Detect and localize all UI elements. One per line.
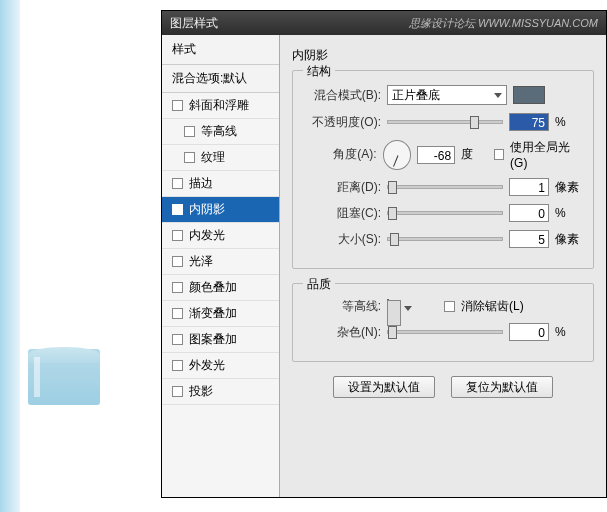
antialias-label: 消除锯齿(L) <box>461 298 524 315</box>
titlebar[interactable]: 图层样式 思缘设计论坛 WWW.MISSYUAN.COM <box>162 11 606 35</box>
angle-input[interactable]: -68 <box>417 146 455 164</box>
contour-picker[interactable] <box>387 299 389 315</box>
sidebar-blend-options[interactable]: 混合选项:默认 <box>162 65 279 93</box>
style-checkbox[interactable] <box>172 360 183 371</box>
layer-style-dialog: 图层样式 思缘设计论坛 WWW.MISSYUAN.COM 样式 混合选项:默认 … <box>161 10 607 498</box>
style-checkbox[interactable] <box>184 152 195 163</box>
layer-thumbnail <box>28 349 100 405</box>
blend-mode-dropdown[interactable]: 正片叠底 <box>387 85 507 105</box>
angle-dial[interactable] <box>383 140 411 170</box>
color-swatch[interactable] <box>513 86 545 104</box>
choke-unit: % <box>555 206 583 220</box>
watermark: 思缘设计论坛 WWW.MISSYUAN.COM <box>409 16 598 31</box>
sidebar-item-label: 纹理 <box>201 149 225 166</box>
angle-unit: 度 <box>461 146 487 163</box>
sidebar-item-8[interactable]: 渐变叠加 <box>162 301 279 327</box>
size-unit: 像素 <box>555 231 583 248</box>
dialog-title: 图层样式 <box>170 15 218 32</box>
style-checkbox[interactable] <box>172 100 183 111</box>
panel-title: 内阴影 <box>292 47 594 64</box>
contour-label: 等高线: <box>303 298 381 315</box>
blend-mode-label: 混合模式(B): <box>303 87 381 104</box>
sidebar-item-4[interactable]: 内阴影 <box>162 197 279 223</box>
sidebar-item-11[interactable]: 投影 <box>162 379 279 405</box>
noise-unit: % <box>555 325 583 339</box>
distance-input[interactable]: 1 <box>509 178 549 196</box>
opacity-unit: % <box>555 115 583 129</box>
styles-sidebar: 样式 混合选项:默认 斜面和浮雕等高线纹理描边内阴影内发光光泽颜色叠加渐变叠加图… <box>162 35 280 497</box>
distance-label: 距离(D): <box>303 179 381 196</box>
sidebar-item-9[interactable]: 图案叠加 <box>162 327 279 353</box>
choke-input[interactable]: 0 <box>509 204 549 222</box>
style-checkbox[interactable] <box>172 282 183 293</box>
sidebar-item-2[interactable]: 纹理 <box>162 145 279 171</box>
opacity-input[interactable]: 75 <box>509 113 549 131</box>
global-light-label: 使用全局光(G) <box>510 139 583 170</box>
sidebar-item-label: 渐变叠加 <box>189 305 237 322</box>
sidebar-item-7[interactable]: 颜色叠加 <box>162 275 279 301</box>
opacity-label: 不透明度(O): <box>303 114 381 131</box>
style-checkbox[interactable] <box>172 334 183 345</box>
reset-default-button[interactable]: 复位为默认值 <box>451 376 553 398</box>
noise-slider[interactable] <box>387 330 503 334</box>
distance-slider[interactable] <box>387 185 503 189</box>
sidebar-item-label: 外发光 <box>189 357 225 374</box>
quality-group: 品质 等高线: 消除锯齿(L) 杂色(N): 0 % <box>292 283 594 362</box>
sidebar-item-10[interactable]: 外发光 <box>162 353 279 379</box>
opacity-slider[interactable] <box>387 120 503 124</box>
sidebar-item-label: 投影 <box>189 383 213 400</box>
style-checkbox[interactable] <box>172 256 183 267</box>
noise-label: 杂色(N): <box>303 324 381 341</box>
size-slider[interactable] <box>387 237 503 241</box>
settings-panel: 内阴影 结构 混合模式(B): 正片叠底 不透明度(O): 75 % <box>280 35 606 497</box>
quality-legend: 品质 <box>303 276 335 293</box>
sidebar-item-label: 描边 <box>189 175 213 192</box>
style-checkbox[interactable] <box>172 230 183 241</box>
choke-label: 阻塞(C): <box>303 205 381 222</box>
sidebar-item-label: 光泽 <box>189 253 213 270</box>
sidebar-item-label: 内阴影 <box>189 201 225 218</box>
choke-slider[interactable] <box>387 211 503 215</box>
sidebar-item-5[interactable]: 内发光 <box>162 223 279 249</box>
style-checkbox[interactable] <box>172 308 183 319</box>
bg-gradient <box>0 0 20 512</box>
sidebar-item-6[interactable]: 光泽 <box>162 249 279 275</box>
size-input[interactable]: 5 <box>509 230 549 248</box>
global-light-checkbox[interactable] <box>494 149 504 160</box>
sidebar-item-0[interactable]: 斜面和浮雕 <box>162 93 279 119</box>
structure-legend: 结构 <box>303 63 335 80</box>
sidebar-item-label: 内发光 <box>189 227 225 244</box>
antialias-checkbox[interactable] <box>444 301 455 312</box>
make-default-button[interactable]: 设置为默认值 <box>333 376 435 398</box>
style-checkbox[interactable] <box>172 204 183 215</box>
sidebar-item-label: 斜面和浮雕 <box>189 97 249 114</box>
style-checkbox[interactable] <box>184 126 195 137</box>
sidebar-item-1[interactable]: 等高线 <box>162 119 279 145</box>
size-label: 大小(S): <box>303 231 381 248</box>
sidebar-item-label: 等高线 <box>201 123 237 140</box>
sidebar-item-label: 颜色叠加 <box>189 279 237 296</box>
distance-unit: 像素 <box>555 179 583 196</box>
sidebar-item-3[interactable]: 描边 <box>162 171 279 197</box>
sidebar-header[interactable]: 样式 <box>162 35 279 65</box>
style-checkbox[interactable] <box>172 386 183 397</box>
chevron-down-icon <box>494 93 502 98</box>
angle-label: 角度(A): <box>303 146 377 163</box>
sidebar-item-label: 图案叠加 <box>189 331 237 348</box>
noise-input[interactable]: 0 <box>509 323 549 341</box>
style-checkbox[interactable] <box>172 178 183 189</box>
structure-group: 结构 混合模式(B): 正片叠底 不透明度(O): 75 % 角度 <box>292 70 594 269</box>
